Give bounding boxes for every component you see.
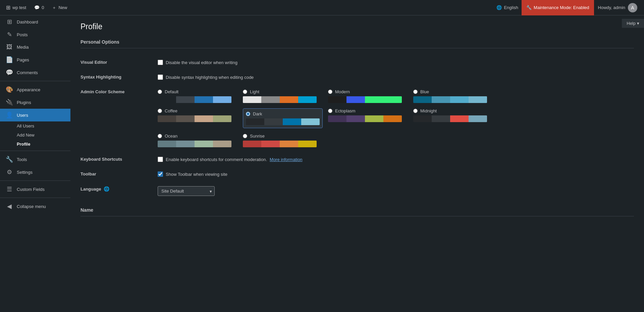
color-scheme-label-blue[interactable]: Blue — [413, 89, 493, 94]
color-scheme-label-sunrise[interactable]: Sunrise — [243, 134, 323, 139]
color-scheme-dark[interactable]: Dark — [243, 108, 323, 128]
help-button[interactable]: Help ▾ — [622, 19, 644, 28]
swatch-color — [283, 118, 301, 125]
toolbar-checkbox-label[interactable]: Show Toolbar when viewing site — [158, 171, 634, 177]
sidebar-item-plugins[interactable]: 🔌 Plugins — [0, 96, 70, 109]
color-scheme-ocean[interactable]: Ocean — [158, 134, 237, 147]
sidebar-item-settings-label: Settings — [17, 170, 33, 175]
color-scheme-radio-default[interactable] — [158, 90, 162, 94]
color-scheme-modern[interactable]: Modern — [328, 89, 408, 103]
color-scheme-sunrise[interactable]: Sunrise — [243, 134, 323, 147]
comments-item[interactable]: 💬 0 — [31, 0, 47, 15]
sidebar-item-media[interactable]: 🖼 Media — [0, 41, 70, 53]
howdy-item[interactable]: Howdy, admin A — [594, 0, 641, 15]
swatch-color — [261, 96, 280, 103]
color-scheme-ectoplasm[interactable]: Ectoplasm — [328, 108, 408, 128]
swatch-color — [383, 96, 402, 103]
swatch-color — [195, 96, 213, 103]
sidebar-item-add-new[interactable]: Add New — [0, 131, 70, 140]
language-select[interactable]: Site Default English French German — [158, 186, 215, 196]
language-switcher[interactable]: 🌐 English — [493, 0, 522, 15]
color-scheme-label-ectoplasm[interactable]: Ectoplasm — [328, 108, 408, 113]
color-scheme-label-default[interactable]: Default — [158, 89, 237, 94]
swatch-color — [246, 118, 264, 125]
swatch-color — [280, 141, 298, 147]
visual-editor-label: Visual Editor — [80, 55, 158, 70]
syntax-highlighting-row: Syntax Highlighting Disable syntax highl… — [80, 70, 634, 85]
admin-color-scheme-field: DefaultLightModernBlueCoffeeDarkEctoplas… — [158, 85, 634, 152]
sidebar-item-comments-label: Comments — [17, 70, 38, 75]
color-scheme-radio-blue[interactable] — [413, 90, 418, 94]
keyboard-shortcuts-checkbox[interactable] — [158, 157, 163, 162]
posts-icon: ✎ — [5, 31, 13, 38]
keyboard-shortcuts-checkbox-label[interactable]: Enable keyboard shortcuts for comment mo… — [158, 157, 634, 162]
color-scheme-label-coffee[interactable]: Coffee — [158, 108, 237, 113]
sidebar-item-posts[interactable]: ✎ Posts — [0, 28, 70, 41]
sidebar-item-settings[interactable]: ⚙ Settings — [0, 166, 70, 178]
visual-editor-checkbox[interactable] — [158, 60, 163, 65]
color-scheme-radio-light[interactable] — [243, 90, 247, 94]
sidebar-item-custom-fields-label: Custom Fields — [17, 187, 45, 192]
color-swatch-blue — [413, 96, 487, 103]
maintenance-label: Maintenance Mode: Enabled — [534, 5, 589, 10]
color-scheme-blue[interactable]: Blue — [413, 89, 493, 103]
sidebar-item-comments[interactable]: 💬 Comments — [0, 66, 70, 79]
wp-icon: ⊞ — [6, 4, 10, 11]
plugins-icon: 🔌 — [5, 99, 13, 106]
keyboard-shortcuts-row: Keyboard Shortcuts Enable keyboard short… — [80, 152, 634, 167]
swatch-color — [346, 115, 365, 122]
new-content-item[interactable]: ＋ New — [49, 0, 70, 15]
color-scheme-label-midnight[interactable]: Midnight — [413, 108, 493, 113]
swatch-color — [195, 115, 213, 122]
sidebar-item-pages[interactable]: 📄 Pages — [0, 53, 70, 66]
syntax-highlight-checkbox[interactable] — [158, 74, 163, 80]
visual-editor-checkbox-label[interactable]: Disable the visual editor when writing — [158, 60, 634, 65]
swatch-color — [298, 96, 317, 103]
color-scheme-default[interactable]: Default — [158, 89, 237, 103]
maintenance-mode-badge[interactable]: 🔧 Maintenance Mode: Enabled — [522, 0, 594, 15]
sidebar-item-appearance[interactable]: 🎨 Appearance — [0, 83, 70, 96]
color-scheme-radio-ocean[interactable] — [158, 134, 162, 138]
keyboard-shortcuts-more-info[interactable]: More information — [270, 157, 303, 162]
site-name-item[interactable]: ⊞ wp test — [3, 0, 30, 15]
color-scheme-coffee[interactable]: Coffee — [158, 108, 237, 128]
chevron-down-icon: ▾ — [637, 21, 639, 26]
admin-color-scheme-row: Admin Color Scheme DefaultLightModernBlu… — [80, 85, 634, 152]
keyboard-shortcuts-label: Keyboard Shortcuts — [80, 152, 158, 167]
color-scheme-radio-dark[interactable] — [246, 112, 250, 116]
sidebar-item-users[interactable]: 👤 Users — [0, 109, 70, 121]
color-scheme-label-modern[interactable]: Modern — [328, 89, 408, 94]
color-scheme-radio-coffee[interactable] — [158, 109, 162, 113]
swatch-color — [301, 118, 320, 125]
color-swatch-ectoplasm — [328, 115, 402, 122]
sidebar-item-plugins-label: Plugins — [17, 100, 31, 105]
color-scheme-label-ocean[interactable]: Ocean — [158, 134, 237, 139]
help-label: Help — [627, 21, 636, 26]
sidebar-item-dashboard[interactable]: ⊞ Dashboard — [0, 15, 70, 28]
color-scheme-midnight[interactable]: Midnight — [413, 108, 493, 128]
color-scheme-radio-ectoplasm[interactable] — [328, 109, 332, 113]
swatch-color — [280, 96, 298, 103]
sidebar-item-tools[interactable]: 🔧 Tools — [0, 153, 70, 166]
syntax-highlight-checkbox-label[interactable]: Disable syntax highlighting when editing… — [158, 74, 634, 80]
sidebar-item-profile[interactable]: Profile — [0, 140, 70, 149]
sidebar-item-pages-label: Pages — [17, 57, 29, 62]
sidebar-item-all-users[interactable]: All Users — [0, 121, 70, 131]
wrench-icon: 🔧 — [526, 5, 532, 10]
color-scheme-light[interactable]: Light — [243, 89, 323, 103]
toolbar-checkbox[interactable] — [158, 171, 163, 177]
sidebar-item-tools-label: Tools — [17, 157, 27, 162]
color-scheme-radio-modern[interactable] — [328, 90, 332, 94]
color-scheme-label-light[interactable]: Light — [243, 89, 323, 94]
color-swatch-midnight — [413, 115, 487, 122]
color-scheme-label-dark[interactable]: Dark — [246, 111, 320, 116]
swatch-color — [261, 141, 280, 147]
collapse-menu-item[interactable]: ◀ Collapse menu — [0, 200, 70, 213]
sidebar-item-custom-fields[interactable]: ☰ Custom Fields — [0, 183, 70, 196]
swatch-color — [450, 115, 469, 122]
language-field: Site Default English French German — [158, 181, 634, 201]
color-scheme-radio-sunrise[interactable] — [243, 134, 247, 138]
menu-separator-1 — [0, 81, 70, 81]
color-scheme-radio-midnight[interactable] — [413, 109, 418, 113]
swatch-color — [469, 96, 487, 103]
